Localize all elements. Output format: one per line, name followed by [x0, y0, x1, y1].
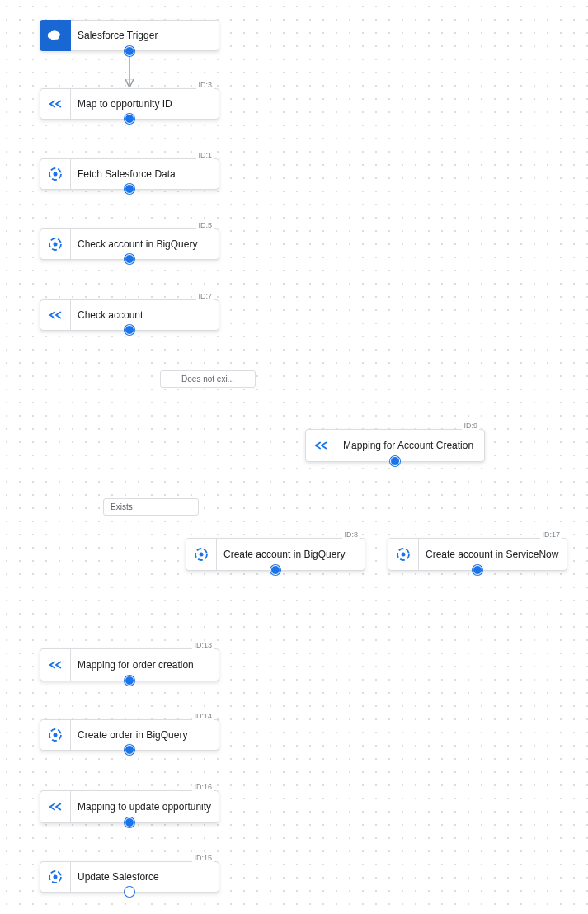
node-fetch-salesforce[interactable]: Fetch Salesforce DataID:1: [40, 158, 219, 190]
node-label: Mapping for Account Creation: [343, 439, 473, 452]
node-label: Check account in BigQuery: [78, 238, 197, 251]
node-label: Fetch Salesforce Data: [78, 167, 176, 181]
node-id: ID:13: [192, 641, 214, 649]
node-label: Create order in BigQuery: [78, 728, 187, 742]
svg-point-9: [54, 172, 58, 177]
node-mapping-account-creation[interactable]: Mapping for Account CreationID:9: [305, 429, 485, 462]
node-label: Create account in ServiceNow: [426, 548, 558, 561]
node-id: ID:3: [196, 81, 214, 89]
node-mapping-order-creation[interactable]: Mapping for order creationID:13: [40, 648, 219, 681]
output-port[interactable]: [125, 887, 134, 897]
node-map-opportunity-id[interactable]: Map to opportunity IDID:3: [40, 88, 219, 120]
output-port[interactable]: [125, 46, 134, 56]
node-id: ID:17: [540, 530, 562, 539]
svg-point-15: [402, 553, 406, 557]
node-label: Map to opportunity ID: [78, 97, 172, 111]
node-label: Mapping to update opportunity: [78, 800, 211, 813]
connector-icon: [40, 862, 71, 892]
connector-icon: [40, 159, 71, 189]
output-port[interactable]: [390, 456, 400, 466]
output-port[interactable]: [125, 325, 134, 335]
node-label: Mapping for order creation: [78, 658, 194, 671]
node-salesforce-trigger[interactable]: Salesforce Trigger: [40, 20, 219, 51]
canvas-background: [0, 0, 588, 914]
node-label: Update Salesforce: [78, 870, 159, 883]
connector-icon: [40, 720, 71, 750]
salesforce-cloud-icon: [40, 20, 71, 51]
output-port[interactable]: [125, 114, 134, 124]
output-port[interactable]: [125, 745, 134, 755]
map-icon: [40, 649, 71, 681]
output-port[interactable]: [125, 184, 134, 194]
node-create-order-bq[interactable]: Create order in BigQueryID:14: [40, 719, 219, 751]
node-create-account-servicenow[interactable]: Create account in ServiceNowID:17: [388, 538, 567, 571]
output-port[interactable]: [473, 565, 482, 575]
node-id: ID:9: [462, 422, 479, 430]
node-create-account-bq[interactable]: Create account in BigQueryID:8: [186, 538, 365, 571]
edge-label-not-exist: Does not exi...: [160, 370, 256, 388]
svg-point-19: [54, 875, 58, 879]
output-port[interactable]: [270, 565, 280, 575]
node-id: ID:16: [192, 783, 214, 791]
output-port[interactable]: [125, 254, 134, 264]
svg-point-11: [54, 243, 58, 247]
node-id: ID:15: [192, 854, 214, 862]
map-icon: [306, 430, 336, 461]
node-label: Create account in BigQuery: [223, 548, 345, 561]
map-icon: [40, 89, 71, 119]
connector-icon: [186, 539, 217, 570]
connector-icon: [40, 229, 71, 259]
node-id: ID:1: [196, 151, 214, 159]
node-update-salesforce[interactable]: Update SalesforceID:15: [40, 861, 219, 893]
node-label: Salesforce Trigger: [78, 29, 158, 42]
connector-icon: [388, 539, 419, 570]
node-mapping-update-opportunity[interactable]: Mapping to update opportunityID:16: [40, 790, 219, 823]
output-port[interactable]: [125, 676, 134, 686]
node-check-account-bq[interactable]: Check account in BigQueryID:5: [40, 228, 219, 260]
map-icon: [40, 300, 71, 330]
node-id: ID:8: [342, 530, 360, 539]
svg-point-17: [54, 733, 58, 737]
node-id: ID:14: [192, 712, 214, 720]
node-id: ID:5: [196, 221, 214, 229]
node-label: Check account: [78, 309, 143, 322]
svg-point-13: [200, 553, 204, 557]
node-id: ID:7: [196, 292, 214, 300]
node-check-account[interactable]: Check accountID:7: [40, 299, 219, 331]
output-port[interactable]: [125, 817, 134, 827]
map-icon: [40, 791, 71, 822]
edge-label-exists: Exists: [103, 498, 199, 516]
